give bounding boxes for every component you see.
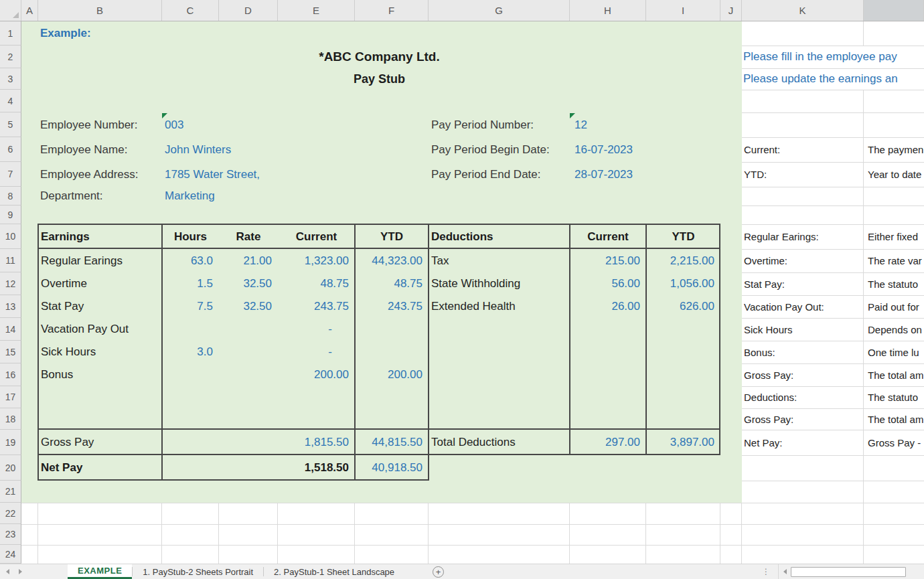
deductions-row-name[interactable]: State Withholding [429,272,570,295]
row-header-15[interactable]: 15 [0,341,21,363]
earnings-row-current[interactable]: - [278,341,355,363]
row-header-16[interactable]: 16 [0,363,21,386]
earnings-row-name[interactable]: Vacation Pay Out [38,318,162,341]
row-header-18[interactable]: 18 [0,408,21,430]
help-item-label[interactable]: Vacation Pay Out: [742,295,864,318]
net-pay-ytd[interactable]: 40,918.50 [355,455,429,481]
earnings-row-current[interactable]: 48.75 [278,272,355,295]
current-header[interactable]: Current [278,224,355,249]
earnings-row-name[interactable]: Overtime [38,272,162,295]
employee-name-label[interactable]: Employee Name: [38,137,162,162]
earnings-row-name[interactable]: Stat Pay [38,295,162,318]
earnings-row-hours[interactable]: 3.0 [162,341,219,363]
earnings-header[interactable]: Earnings [38,224,162,249]
row-header-23[interactable]: 23 [0,524,21,545]
net-pay-label[interactable]: Net Pay [38,455,162,481]
earnings-row-current[interactable]: 1,323.00 [278,249,355,272]
row-header-5[interactable]: 5 [0,112,21,137]
row-header-13[interactable]: 13 [0,295,21,318]
sheet-nav-next-icon[interactable] [19,569,22,574]
help-item-desc[interactable]: One time lu [864,341,924,363]
earnings-row-name[interactable]: Bonus [38,363,162,386]
help-item-desc[interactable]: The total am [864,363,924,386]
help-item-label[interactable]: YTD: [742,162,864,187]
example-label[interactable]: Example: [38,21,278,46]
deductions-ytd-header[interactable]: YTD [646,224,720,249]
employee-address-value[interactable]: 1785 Water Street, [162,162,355,187]
sheet-grid[interactable]: Example: *ABC Company Ltd. Pay Stub Empl… [21,21,924,564]
earnings-row-ytd[interactable]: 200.00 [355,363,429,386]
earnings-row-name[interactable]: Sick Hours [38,341,162,363]
earnings-row-name[interactable]: Regular Earings [38,249,162,272]
col-header-K[interactable]: K [742,0,864,21]
help-item-desc[interactable]: The total am [864,408,924,430]
add-sheet-button[interactable]: + [433,566,444,578]
earnings-row-ytd[interactable]: 44,323.00 [355,249,429,272]
row-header-17[interactable]: 17 [0,386,21,408]
earnings-row-current[interactable]: - [278,318,355,341]
col-header-H[interactable]: H [570,0,646,21]
earnings-row-hours[interactable]: 7.5 [162,295,219,318]
deductions-row-current[interactable]: 215.00 [570,249,646,272]
scroll-thumb[interactable] [791,567,906,577]
deductions-row-name[interactable]: Tax [429,249,570,272]
row-header-12[interactable]: 12 [0,272,21,295]
help-item-label[interactable]: Gross Pay: [742,408,864,430]
help-item-desc[interactable]: Paid out for [864,295,924,318]
help-item-label[interactable]: Net Pay: [742,430,864,455]
earnings-row-rate[interactable]: 32.50 [219,272,278,295]
help-item-desc[interactable]: Depends on [864,318,924,341]
deductions-row-current[interactable]: 56.00 [570,272,646,295]
earnings-row-rate[interactable]: 21.00 [219,249,278,272]
col-header-I[interactable]: I [646,0,720,21]
col-header-E[interactable]: E [278,0,355,21]
earnings-row-current[interactable]: 243.75 [278,295,355,318]
help-item-desc[interactable]: Gross Pay - [864,430,924,455]
earnings-row-ytd[interactable]: 48.75 [355,272,429,295]
sheet-tab-example[interactable]: EXAMPLE [68,564,132,579]
row-header-22[interactable]: 22 [0,503,21,524]
col-header-C[interactable]: C [162,0,219,21]
sheet-tab-paystub-1-sheet-landscape[interactable]: 2. PayStub-1 Sheet Landscape [264,564,404,579]
horizontal-scrollbar[interactable] [778,564,924,579]
pay-period-begin-date-value[interactable]: 16-07-2023 [570,137,720,162]
pay-period-number-label[interactable]: Pay Period Number: [429,112,570,137]
row-header-14[interactable]: 14 [0,318,21,341]
help-item-label[interactable]: Regular Earings: [742,224,864,249]
pay-period-end-date-value[interactable]: 28-07-2023 [570,162,720,187]
earnings-row-rate[interactable]: 32.50 [219,295,278,318]
help-intro-2[interactable]: Please update the earnings an [742,68,924,90]
ytd-header[interactable]: YTD [355,224,429,249]
help-item-desc[interactable]: The rate var [864,249,924,272]
col-header-B[interactable]: B [38,0,162,21]
help-item-desc[interactable]: The statuto [864,272,924,295]
total-deductions-ytd[interactable]: 3,897.00 [646,430,720,455]
employee-name-value[interactable]: John Winters [162,137,355,162]
row-header-7[interactable]: 7 [0,162,21,187]
row-header-11[interactable]: 11 [0,249,21,272]
pay-period-number-value[interactable]: 12 [570,112,720,137]
col-header-partial[interactable] [864,0,924,21]
gross-pay-label[interactable]: Gross Pay [38,430,162,455]
help-item-desc[interactable]: Year to date [864,162,924,187]
hours-header[interactable]: Hours [162,224,219,249]
help-item-label[interactable]: Bonus: [742,341,864,363]
earnings-row-hours[interactable]: 1.5 [162,272,219,295]
deductions-row-ytd[interactable]: 626.00 [646,295,720,318]
company-title[interactable]: *ABC Company Ltd. [38,46,720,68]
earnings-row-ytd[interactable]: 243.75 [355,295,429,318]
paystub-title[interactable]: Pay Stub [38,68,720,90]
col-header-J[interactable]: J [720,0,742,21]
scroll-left-icon[interactable] [779,569,791,574]
department-value[interactable]: Marketing [162,187,355,205]
total-deductions-current[interactable]: 297.00 [570,430,646,455]
row-header-20[interactable]: 20 [0,455,21,481]
sheet-tab-paystub-2-sheets-portrait[interactable]: 1. PayStub-2 Sheets Portrait [133,564,263,579]
pay-period-end-date-label[interactable]: Pay Period End Date: [429,162,570,187]
deductions-current-header[interactable]: Current [570,224,646,249]
employee-number-value[interactable]: 003 [162,112,355,137]
help-item-desc[interactable]: Either fixed [864,224,924,249]
row-header-9[interactable]: 9 [0,205,21,224]
row-header-6[interactable]: 6 [0,137,21,162]
row-header-4[interactable]: 4 [0,90,21,112]
